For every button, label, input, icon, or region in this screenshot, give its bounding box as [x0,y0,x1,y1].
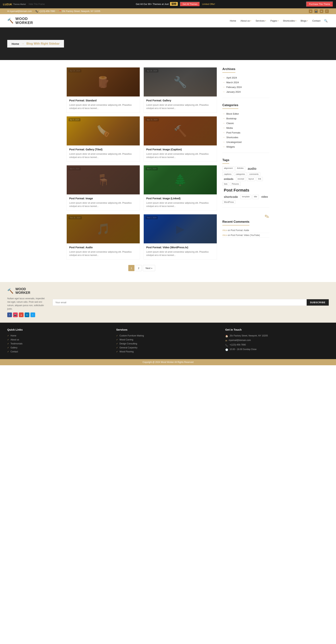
tags-cloud: alignment Articles audio captions catego… [222,166,270,204]
comment-1[interactable]: Alice on Post Format: Aside [222,228,270,233]
tag-template[interactable]: template [240,195,251,199]
post-content-2: Post Format: Gallery Lorem ipsum dolor s… [144,96,217,112]
post-card-7[interactable]: Feb 16, 2024 🎵 Post Format: Audio Lorem … [66,214,140,260]
tag-wordpress[interactable]: WordPress [222,200,235,204]
footer-email[interactable]: ✉ myemail@domain.com [225,338,329,343]
footer-phone[interactable]: 📞 +(123)-456-7890 [225,343,329,347]
pencil-decoration: ✏ [222,213,270,220]
nav-home[interactable]: Home [228,18,238,23]
footer-link-testimonials[interactable]: ✓ Testimonials [7,342,111,346]
footer-service-2[interactable]: ✓ Wood Carving [116,338,220,342]
post-card-2[interactable]: Apr 28, 2024 🔧 Post Format: Gallery Lore… [144,67,217,112]
post-card-3[interactable]: Apr 9, 2024 🪚 Post Format: Gallery (Tile… [66,116,140,162]
footer-service-1[interactable]: ✓ Custom Furniture Making [116,334,220,338]
tag-audio[interactable]: audio [246,166,258,171]
cat-uncategorized[interactable]: → Uncategorized [222,140,270,144]
email-subscribe-input[interactable] [52,299,307,306]
footer-service-5[interactable]: ✓ Wood Flooring [116,350,220,354]
post-title-8[interactable]: Post Format: Video (WordPress.tv) [146,246,214,249]
nav-services[interactable]: Services ▾ [254,18,268,23]
cat-block-editor[interactable]: → Block Editor [222,111,270,116]
cat-widgets[interactable]: → Widgets [222,144,270,149]
footer-link-contact[interactable]: ✓ Contact [7,350,111,354]
nav-pages[interactable]: Pages ▾ [269,18,280,23]
logo[interactable]: 🔨 WOOD WORKER [7,17,33,25]
post-title-3[interactable]: Post Format: Gallery (Tiled) [69,148,137,151]
comment-2[interactable]: Alice on Post Format: Video (YouTube) [222,233,270,238]
archive-february[interactable]: → February 2024 [222,85,270,90]
cat-shortcodes[interactable]: → Shortcodes [222,135,270,140]
footer-linkedin-icon[interactable]: in [25,312,29,317]
tag-layout[interactable]: layout [247,177,255,181]
tag-post-formats[interactable]: Post Formats [222,187,251,193]
post-title-7[interactable]: Post Format: Audio [69,246,137,249]
site-header: 🔨 WOOD WORKER Home About us ▾ Services ▾… [0,14,336,28]
tag-alignment[interactable]: alignment [222,166,234,171]
next-page-button[interactable]: Next » [143,265,155,271]
purchase-theme-button[interactable]: Purchase This Theme [306,2,333,7]
instagram-icon[interactable]: 📷 [314,10,318,13]
comment-1-author[interactable]: Alice [222,229,227,232]
tag-shortcode[interactable]: shortcode [222,195,239,199]
tag-link[interactable]: link [257,177,263,181]
post-card-1[interactable]: Apr 29, 2024 🪵 Post Format: Standard Lor… [66,67,140,112]
post-card-5[interactable]: Mar 8, 2024 🪑 Post Format: Image Lorem i… [66,165,140,210]
post-title-4[interactable]: Post Format: Image (Caption) [146,148,214,151]
cat-bootstrap[interactable]: → Bootstrap [222,116,270,121]
comment-2-author[interactable]: Alice [222,234,227,236]
post-title-1[interactable]: Post Format: Standard [69,99,137,102]
tag-categories[interactable]: categories [234,172,247,176]
post-image-4: Mar 15, 2024 🔨 [144,116,217,146]
footer-service-3[interactable]: ✓ Design Consulting [116,342,220,346]
footer-instagram-icon[interactable]: 📷 [13,312,18,317]
footer-link-home[interactable]: ✓ Home [7,334,111,338]
cat-post-formats[interactable]: → Post Formats [222,130,270,135]
nav-blogs[interactable]: Blogs ▾ [299,18,310,23]
tag-pictures[interactable]: Pictures [230,182,241,186]
tag-captions[interactable]: captions [222,172,233,176]
address-contact: 📍 20c Factory Street, Newyork, NY 10205 [59,10,100,12]
linkedin-icon[interactable]: in [320,10,323,13]
tag-articles[interactable]: Articles [235,166,245,171]
breadcrumb-home[interactable]: Home [11,42,19,45]
facebook-icon[interactable]: f [325,10,329,13]
comment-1-text: on Post Format: Aside [228,229,249,232]
twitter-icon[interactable]: ✕ [309,10,313,13]
footer-contact: Get in Touch 🏠 20c Factory Street, Newyo… [225,328,329,354]
post-title-5[interactable]: Post Format: Image [69,197,137,200]
footer-logo[interactable]: 🔨 WOOD WORKER [7,288,47,295]
archive-january[interactable]: → January 2024 [222,90,270,94]
tag-video[interactable]: video [260,195,270,199]
archive-march[interactable]: → March 2024 [222,80,270,85]
hide-frame-link[interactable]: Hide This Frame [29,3,44,6]
footer-link-about[interactable]: ✓ About us [7,338,111,342]
footer-google-icon[interactable]: g [19,312,23,317]
get-all-button[interactable]: Get All Themes [180,2,200,6]
page-2-button[interactable]: 2 [136,265,142,271]
comments-title: Recent Comments [222,220,249,226]
post-title-2[interactable]: Post Format: Gallery [146,99,214,102]
page-1-button[interactable]: 1 [128,265,134,271]
footer-facebook-icon[interactable]: f [7,312,12,317]
footer-link-gallery[interactable]: ✓ Gallery [7,346,111,350]
tag-excerpt[interactable]: excerpt [236,177,246,181]
footer-service-4[interactable]: ✓ General Carpentry [116,346,220,350]
nav-about[interactable]: About us ▾ [239,18,253,23]
tag-title[interactable]: title [253,195,259,199]
tag-comments[interactable]: comments [248,172,260,176]
post-card-8[interactable]: Feb 3, 2024 ▶ Post Format: Video (WordPr… [144,214,217,260]
search-button[interactable]: 🔍 [323,18,329,24]
tag-embeds[interactable]: embeds [222,177,235,181]
archive-april[interactable]: → April 2024 [222,75,270,80]
archives-title: Archives [222,67,235,73]
nav-contact[interactable]: Contact [311,18,322,23]
footer-twitter-icon[interactable]: t [30,312,35,317]
post-card-6[interactable]: Mar 6, 2024 🌲 Post Format: Image (Linked… [144,165,217,210]
cat-classic[interactable]: → Classic [222,121,270,126]
post-title-6[interactable]: Post Format: Image (Linked) [146,197,214,200]
subscribe-button[interactable]: SUBSCRIBE [307,299,329,306]
nav-shortcodes[interactable]: Shortcodes ▾ [281,18,298,23]
cat-media[interactable]: → Media [222,126,270,130]
tag-lists[interactable]: lists [222,182,229,186]
post-card-4[interactable]: Mar 15, 2024 🔨 Post Format: Image (Capti… [144,116,217,162]
